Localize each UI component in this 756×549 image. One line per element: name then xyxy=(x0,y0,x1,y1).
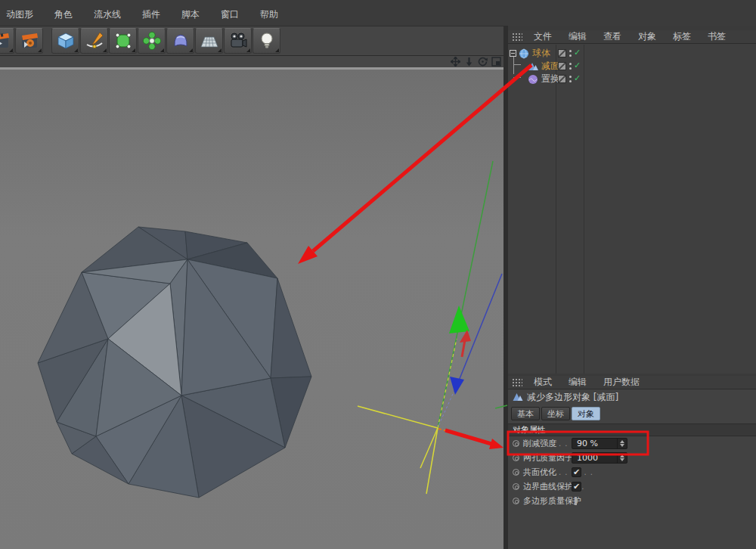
toggle-view-icon[interactable] xyxy=(491,57,502,67)
attr-label: 网孔质量因子 xyxy=(523,452,573,464)
om-menu-edit[interactable]: 编辑 xyxy=(560,30,595,43)
object-label[interactable]: 球体 xyxy=(532,47,550,60)
menu-character[interactable]: 角色 xyxy=(44,7,83,23)
attr-label: 削减强度 xyxy=(523,438,556,449)
layer-tag-icon[interactable] xyxy=(558,75,566,83)
layer-tag-icon[interactable] xyxy=(558,62,566,70)
render-settings-button[interactable] xyxy=(15,28,43,54)
om-menu-bookmarks[interactable]: 书签 xyxy=(699,30,734,43)
field-value[interactable]: 90 % xyxy=(572,439,617,448)
tab-coordinates[interactable]: 坐标 xyxy=(541,407,570,420)
pan-icon[interactable] xyxy=(450,57,461,67)
panel-grip-icon[interactable] xyxy=(512,378,522,387)
spinner-up-icon[interactable] xyxy=(620,454,624,458)
dolly-icon[interactable] xyxy=(463,57,475,67)
attr-row-mesh-quality: 网孔质量因子 . . 1000 xyxy=(508,451,756,465)
enabled-check-icon[interactable]: ✓ xyxy=(574,48,581,57)
attr-row-boundary-curve: 边界曲线保护 . . ✔ xyxy=(508,479,756,494)
object-row-displacer[interactable]: 置换 ✓ xyxy=(508,73,756,85)
visibility-dots[interactable] xyxy=(569,63,572,70)
object-label[interactable]: 减面 xyxy=(541,60,559,73)
boundary-curve-checkbox[interactable]: ✔ xyxy=(572,482,581,492)
add-cube-button[interactable] xyxy=(51,28,79,54)
pen-spline-icon xyxy=(85,31,104,51)
floor-environment-button[interactable] xyxy=(195,28,223,54)
keyframe-circle-icon[interactable] xyxy=(513,498,519,504)
displacer-icon xyxy=(528,74,538,85)
spinner-control[interactable] xyxy=(617,439,627,448)
attribute-title: 减少多边形对象 [减面] xyxy=(508,389,756,405)
polygon-reduction-icon xyxy=(512,392,523,402)
spinner-down-icon[interactable] xyxy=(620,444,624,447)
expander-icon[interactable] xyxy=(510,50,516,57)
menubar: 动图形 角色 流水线 插件 脚本 窗口 帮助 xyxy=(0,0,756,26)
om-column-divider xyxy=(584,45,584,374)
menu-mograph[interactable]: 动图形 xyxy=(0,7,44,23)
object-manager: 文件 编辑 查看 对象 标签 书签 球体 ✓ xyxy=(508,30,756,374)
om-menu-view[interactable]: 查看 xyxy=(595,30,630,43)
om-menu-objects[interactable]: 对象 xyxy=(630,30,665,43)
keyframe-circle-icon[interactable] xyxy=(513,440,519,447)
object-row-reduction[interactable]: 减面 ✓ xyxy=(508,60,756,73)
menu-help[interactable]: 帮助 xyxy=(249,7,289,23)
light-icon xyxy=(257,31,277,51)
deformer-icon xyxy=(171,31,191,51)
subdivision-surface-icon xyxy=(113,31,133,51)
array-generator-button[interactable] xyxy=(138,28,166,54)
am-menu-mode[interactable]: 模式 xyxy=(525,376,560,389)
attr-label: 共面优化 xyxy=(523,467,556,478)
deformer-button[interactable] xyxy=(166,28,194,54)
visibility-dots[interactable] xyxy=(569,50,572,57)
menu-plugins[interactable]: 插件 xyxy=(132,7,171,23)
layer-tag-icon[interactable] xyxy=(558,49,566,57)
camera-button[interactable] xyxy=(224,28,252,54)
mesh-quality-field[interactable]: 1000 xyxy=(572,452,627,464)
reduction-strength-field[interactable]: 90 % xyxy=(572,438,627,449)
attr-label: 多边形质量保护 xyxy=(523,495,581,507)
subdivision-surface-button[interactable] xyxy=(109,28,137,54)
tab-basic[interactable]: 基本 xyxy=(511,407,540,420)
attribute-manager: 模式 编辑 用户数据 减少多边形对象 [减面] 基本 坐标 对象 对象属性 削减… xyxy=(508,376,756,549)
render-settings-icon xyxy=(20,31,39,51)
spinner-down-icon[interactable] xyxy=(620,458,624,461)
spinner-up-icon[interactable] xyxy=(620,440,624,443)
om-column-divider xyxy=(556,45,556,374)
rotate-icon[interactable] xyxy=(477,57,488,67)
coplanar-optimize-checkbox[interactable]: ✔ xyxy=(572,467,581,477)
om-menu-tags[interactable]: 标签 xyxy=(665,30,699,43)
field-value[interactable]: 1000 xyxy=(572,453,617,463)
viewport-canvas[interactable] xyxy=(0,67,505,549)
enabled-check-icon[interactable]: ✓ xyxy=(574,73,581,83)
attribute-title-label: 减少多边形对象 [减面] xyxy=(527,391,618,404)
partial-checkbox-bar[interactable] xyxy=(575,497,577,505)
sphere-icon xyxy=(519,48,529,59)
am-menu-userdata[interactable]: 用户数据 xyxy=(595,376,648,389)
keyframe-circle-icon[interactable] xyxy=(513,469,519,476)
object-label[interactable]: 置换 xyxy=(541,73,559,85)
attr-row-polygon-quality: 多边形质量保护 xyxy=(508,494,756,508)
attr-row-coplanar-optimize: 共面优化 . . . . . . ✔ xyxy=(508,465,756,479)
tab-object[interactable]: 对象 xyxy=(572,407,600,420)
om-menu-file[interactable]: 文件 xyxy=(525,30,560,43)
array-generator-icon xyxy=(142,31,162,51)
cinema4d-window: 动图形 角色 流水线 插件 脚本 窗口 帮助 xyxy=(0,0,756,549)
menu-script[interactable]: 脚本 xyxy=(171,7,210,23)
toolbar xyxy=(0,26,505,56)
menu-pipeline[interactable]: 流水线 xyxy=(83,7,132,23)
pen-spline-button[interactable] xyxy=(80,28,108,54)
keyframe-circle-icon[interactable] xyxy=(513,454,519,461)
visibility-dots[interactable] xyxy=(569,76,572,82)
am-menu-edit[interactable]: 编辑 xyxy=(560,376,595,389)
camera-icon xyxy=(228,31,248,51)
object-row-sphere[interactable]: 球体 ✓ xyxy=(508,47,756,60)
render-view-icon xyxy=(0,31,11,51)
panel-grip-icon[interactable] xyxy=(512,33,522,42)
enabled-check-icon[interactable]: ✓ xyxy=(574,60,581,70)
menu-window[interactable]: 窗口 xyxy=(210,7,249,23)
object-properties-section-header: 对象属性 xyxy=(508,423,756,436)
spinner-control[interactable] xyxy=(617,453,627,463)
keyframe-circle-icon[interactable] xyxy=(513,483,519,490)
viewport-header xyxy=(0,56,505,67)
light-button[interactable] xyxy=(253,28,280,54)
render-view-button[interactable] xyxy=(0,28,14,54)
